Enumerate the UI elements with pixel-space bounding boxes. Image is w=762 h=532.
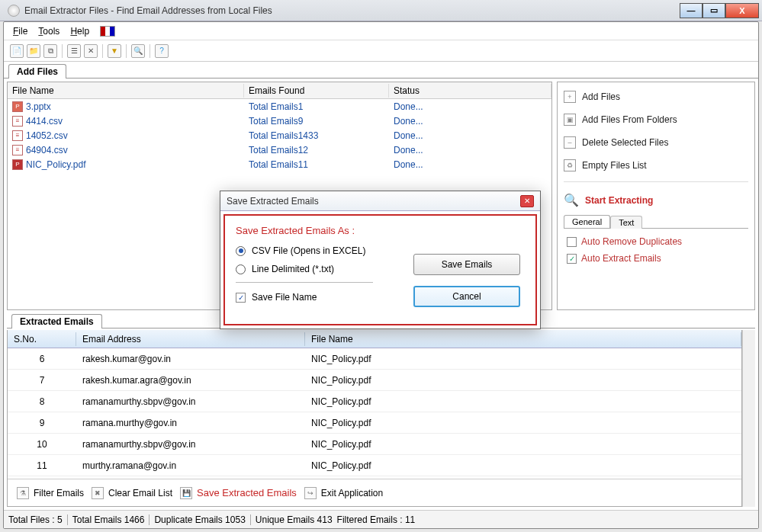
action-add-files[interactable]: +Add Files — [564, 87, 748, 107]
email-address: ramanamurthy.sbpv@gov.in — [76, 395, 305, 409]
radio-on-icon[interactable] — [236, 246, 246, 256]
subtab-text[interactable]: Text — [610, 216, 642, 229]
toolbar: 📄 📁 ⧉ ☰ ✕ ▼ 🔍 ? — [4, 40, 758, 62]
file-icon: P — [12, 101, 23, 112]
option-remove-duplicates[interactable]: Auto Remove Duplicates — [567, 236, 745, 247]
exit-app-button[interactable]: ↪Exit Application — [304, 487, 383, 499]
tabstrip-addfiles: Add Files — [4, 62, 758, 79]
file-status: Done... — [389, 116, 551, 127]
email-address: ramana.murthy@gov.in — [76, 416, 305, 430]
action-empty[interactable]: ♻Empty Files List — [564, 155, 748, 175]
email-row[interactable]: 10ramanamurthy.sbpv@gov.inNIC_Policy.pdf — [8, 434, 741, 455]
search-icon: 🔍 — [564, 193, 579, 207]
email-filename: NIC_Policy.pdf — [305, 373, 741, 387]
file-emails: Total Emails1433 — [244, 130, 389, 141]
tb-search-icon[interactable]: 🔍 — [131, 44, 145, 58]
email-filename: NIC_Policy.pdf — [305, 416, 741, 430]
file-status: Done... — [389, 130, 551, 141]
file-icon: ≡ — [12, 116, 23, 127]
dialog-heading: Save Extracted Emails As : — [236, 225, 525, 236]
filter-emails-button[interactable]: ⚗Filter Emails — [17, 487, 84, 499]
file-row[interactable]: ≡4414.csvTotal Emails9Done... — [8, 114, 551, 128]
file-row[interactable]: P3.pptxTotal Emails1Done... — [8, 99, 551, 114]
trash-icon: – — [564, 136, 576, 149]
email-filename: NIC_Policy.pdf — [305, 459, 741, 473]
file-emails: Total Emails11 — [244, 159, 389, 170]
minimize-button[interactable]: — — [680, 3, 703, 18]
file-row[interactable]: PNIC_Policy.pdfTotal Emails11Done... — [8, 157, 551, 171]
save-dialog: Save Extracted Emails ✕ Save Extracted E… — [220, 191, 541, 329]
col-email[interactable]: Email Address — [76, 332, 305, 346]
email-sno: 6 — [8, 352, 76, 366]
titlebar: Email Extractor Files - Find Email Addre… — [0, 0, 762, 21]
action-delete[interactable]: –Delete Selected Files — [564, 133, 748, 152]
checkbox-unchecked-icon[interactable] — [567, 237, 577, 247]
tb-add-file-icon[interactable]: 📄 — [10, 44, 24, 58]
email-address: murthy.ramana@gov.in — [76, 459, 305, 473]
menu-tools[interactable]: Tools — [38, 26, 59, 37]
action-add-folder[interactable]: ▣Add Files From Folders — [564, 110, 748, 130]
col-emailsfound[interactable]: Emails Found — [244, 84, 389, 98]
save-icon: 💾 — [180, 487, 192, 499]
status-total-files: Total Files : 5 — [8, 514, 63, 525]
email-row[interactable]: 9ramana.murthy@gov.inNIC_Policy.pdf — [8, 412, 741, 434]
email-row[interactable]: 8ramanamurthy.sbpv@gov.inNIC_Policy.pdf — [8, 391, 741, 412]
tb-help-icon[interactable]: ? — [155, 44, 169, 58]
dialog-titlebar[interactable]: Save Extracted Emails ✕ — [220, 191, 540, 211]
email-sno: 11 — [8, 459, 76, 473]
plus-icon: + — [564, 91, 576, 103]
tb-delete-icon[interactable]: ✕ — [84, 44, 98, 58]
checkbox-checked-icon[interactable]: ✓ — [236, 293, 246, 303]
email-address: rakesh.kumar.agra@gov.in — [76, 373, 305, 387]
status-total-emails: Total Emails 1466 — [72, 514, 145, 525]
app-icon — [8, 5, 20, 17]
close-button[interactable]: X — [725, 3, 759, 18]
vertical-scrollbar[interactable] — [742, 330, 755, 507]
bottom-actions: ⚗Filter Emails ✖Clear Email List 💾Save E… — [8, 479, 741, 506]
email-sno: 8 — [8, 395, 76, 409]
menu-help[interactable]: Help — [70, 26, 89, 37]
dialog-close-icon[interactable]: ✕ — [520, 195, 534, 207]
file-status: Done... — [389, 159, 551, 170]
tb-filter-icon[interactable]: ▼ — [108, 44, 121, 58]
email-row[interactable]: 7rakesh.kumar.agra@gov.inNIC_Policy.pdf — [8, 370, 741, 391]
status-filtered: Filtered Emails : 11 — [337, 514, 416, 525]
flag-icon[interactable] — [100, 26, 115, 37]
clear-icon: ✖ — [92, 487, 104, 499]
menu-file[interactable]: File — [13, 26, 27, 37]
file-emails: Total Emails1 — [244, 101, 389, 112]
subtab-general[interactable]: General — [564, 215, 610, 228]
dialog-title: Save Extracted Emails — [227, 196, 319, 207]
col-status[interactable]: Status — [389, 84, 551, 98]
file-name: NIC_Policy.pdf — [26, 159, 85, 170]
save-extracted-button[interactable]: 💾Save Extracted Emails — [180, 487, 297, 499]
save-emails-button[interactable]: Save Emails — [413, 254, 520, 275]
tb-copy-icon[interactable]: ⧉ — [43, 44, 57, 58]
option-auto-extract[interactable]: ✓Auto Extract Emails — [567, 253, 745, 264]
maximize-button[interactable]: ▭ — [703, 3, 725, 18]
status-unique: Unique Emails 413 — [256, 514, 333, 525]
email-filename: NIC_Policy.pdf — [305, 352, 741, 366]
file-icon: P — [12, 159, 23, 170]
clear-list-button[interactable]: ✖Clear Email List — [92, 487, 172, 499]
email-row[interactable]: 11murthy.ramana@gov.inNIC_Policy.pdf — [8, 455, 741, 476]
tab-add-files[interactable]: Add Files — [8, 64, 66, 79]
email-sno: 9 — [8, 416, 76, 430]
tb-list-icon[interactable]: ☰ — [67, 44, 81, 58]
email-address: ramanamurthy.sbpv@gov.in — [76, 437, 305, 451]
file-row[interactable]: ≡14052.csvTotal Emails1433Done... — [8, 128, 551, 143]
checkbox-checked-icon[interactable]: ✓ — [567, 254, 577, 264]
col-filename2[interactable]: File Name — [305, 332, 741, 346]
start-extracting[interactable]: 🔍Start Extracting — [564, 193, 748, 207]
email-filename: NIC_Policy.pdf — [305, 395, 741, 409]
radio-off-icon[interactable] — [236, 264, 246, 274]
tab-extracted-emails[interactable]: Extracted Emails — [11, 314, 102, 328]
email-address: rakesh.kumar@gov.in — [76, 352, 305, 366]
tb-add-folder-icon[interactable]: 📁 — [27, 44, 40, 58]
col-filename[interactable]: File Name — [8, 84, 244, 98]
email-row[interactable]: 6rakesh.kumar@gov.inNIC_Policy.pdf — [8, 348, 741, 370]
cancel-button[interactable]: Cancel — [413, 286, 520, 307]
col-sno[interactable]: S.No. — [8, 332, 76, 346]
statusbar: Total Files : 5 Total Emails 1466 Duplic… — [4, 510, 758, 528]
file-row[interactable]: ≡64904.csvTotal Emails12Done... — [8, 143, 551, 157]
